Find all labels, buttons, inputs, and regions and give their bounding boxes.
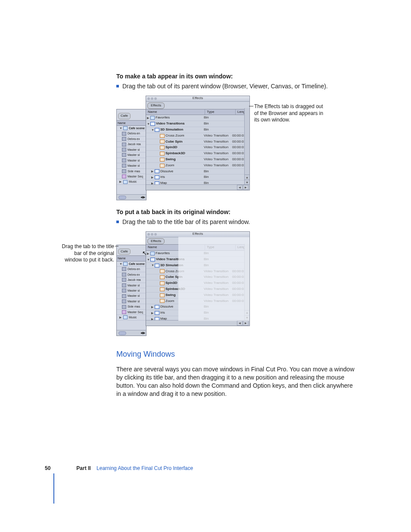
disclosure-icon[interactable]: ▶ (151, 175, 154, 179)
scroll-right-icon[interactable]: ▶ (243, 320, 249, 326)
scroll-up-icon[interactable]: ▲ (245, 310, 249, 315)
folder-icon (150, 252, 155, 255)
effects-row[interactable]: Spin3DVideo Transition00:00:01:00 (146, 145, 249, 151)
window-titlebar[interactable]: Effects (146, 232, 249, 237)
list-item[interactable]: Debra en (117, 267, 146, 272)
disclosure-icon[interactable]: ▼ (151, 263, 154, 267)
list-item[interactable]: Debra ex (117, 137, 146, 142)
list-item[interactable]: Master Seq (117, 174, 146, 179)
effects-row[interactable]: ▶FavoritesBin (146, 251, 249, 257)
horizontal-scrollbar[interactable]: ◀▶ (117, 330, 146, 336)
list-item[interactable]: Master sl (117, 288, 146, 293)
footer-rule (53, 473, 54, 504)
column-header-type[interactable]: Type (205, 109, 236, 115)
list-item[interactable]: Master sl (117, 163, 146, 168)
list-item[interactable]: ▶Music (117, 179, 146, 184)
scroll-up-icon[interactable]: ▲ (245, 174, 249, 180)
list-item[interactable]: Master Seq (117, 310, 146, 315)
list-item[interactable]: ▼Cafe scene (117, 126, 146, 131)
scroll-left-icon[interactable]: ◀ (140, 195, 143, 199)
browser-tab[interactable]: Cafe (118, 113, 131, 119)
bin-icon (155, 311, 159, 315)
list-item[interactable]: Master sl (117, 293, 146, 299)
column-header-name[interactable]: Name (117, 120, 146, 126)
callout-leader-line (115, 246, 118, 246)
vertical-scrollbar[interactable]: ▲▼ (244, 108, 249, 185)
disclosure-icon[interactable]: ▶ (151, 311, 154, 315)
effects-row[interactable]: ▶DissolveBin (146, 304, 249, 310)
effects-tab[interactable]: Effects (147, 238, 165, 245)
effects-row[interactable]: ▼3D SimulationBin (146, 263, 249, 269)
list-item[interactable]: Master sl (117, 158, 146, 163)
effects-row[interactable]: ZoomVideo Transition00:00:01:00 (146, 299, 249, 305)
list-item[interactable]: Master sl (117, 152, 146, 158)
horizontal-scrollbar[interactable]: ◀▶ (146, 184, 249, 190)
list-item[interactable]: Jacob rea (117, 277, 146, 283)
column-header-type[interactable]: Type (205, 245, 236, 250)
effects-row[interactable]: ▶DissolveBin (146, 169, 249, 175)
list-item[interactable]: Side mas (117, 169, 146, 174)
effects-row[interactable]: Cube SpinVideo Transition00:00:01:00 (146, 139, 249, 145)
task-heading-1: To make a tab appear in its own window: (116, 72, 358, 81)
browser-window[interactable]: CafeName▼Cafe sceneDebra enDebra exJacob… (116, 245, 146, 336)
disclosure-icon[interactable]: ▼ (151, 128, 154, 132)
scroll-left-icon[interactable]: ◀ (237, 320, 243, 326)
list-item[interactable]: Jacob rea (117, 142, 146, 147)
effects-row[interactable]: Cross ZoomVideo Transition00:00:01:00 (146, 269, 249, 275)
effects-row[interactable]: ▼Video TransitionsBin (146, 121, 249, 127)
list-item[interactable]: Master sl (117, 283, 146, 288)
horizontal-scrollbar[interactable]: ◀▶ (146, 320, 249, 326)
list-item[interactable]: Debra ex (117, 272, 146, 277)
disclosure-icon[interactable]: ▶ (151, 169, 154, 173)
effects-row[interactable]: Spinback3DVideo Transition00:00:01:00 (146, 151, 249, 157)
effects-row[interactable]: ▶FavoritesBin (146, 115, 249, 121)
window-titlebar[interactable]: Effects (146, 96, 249, 102)
clip-icon (122, 169, 126, 173)
column-header-name[interactable]: Name (117, 255, 146, 261)
horizontal-scrollbar[interactable]: ◀▶ (117, 194, 146, 200)
scroll-left-icon[interactable]: ◀ (237, 185, 243, 190)
browser-window[interactable]: CafeName▼Cafe sceneDebra enDebra exJacob… (116, 109, 146, 200)
list-item[interactable]: Master sl (117, 147, 146, 152)
list-item[interactable]: Side mas (117, 304, 146, 309)
disclosure-icon[interactable]: ▶ (151, 305, 154, 309)
folder-icon (123, 262, 128, 266)
disclosure-icon[interactable]: ▶ (147, 116, 149, 120)
scroll-right-icon[interactable]: ▶ (143, 195, 145, 199)
effects-window[interactable]: EffectsEffectsNameTypeLength▶FavoritesBi… (146, 231, 250, 326)
browser-tab[interactable]: Cafe (118, 249, 131, 255)
scroll-right-icon[interactable]: ▶ (143, 331, 145, 335)
effects-row[interactable]: SwingVideo Transition00:00:01:00 (146, 292, 249, 299)
scroll-right-icon[interactable]: ▶ (243, 185, 249, 190)
effects-row[interactable]: ▶IrisBin (146, 174, 249, 180)
disclosure-icon[interactable]: ▼ (147, 258, 149, 261)
effects-row[interactable]: ▶IrisBin (146, 310, 249, 316)
vertical-scrollbar[interactable]: ▲▼ (244, 244, 249, 320)
disclosure-icon[interactable]: ▶ (147, 252, 149, 255)
effects-row[interactable]: ZoomVideo Transition00:00:01:00 (146, 163, 249, 169)
list-item[interactable]: Debra en (117, 131, 146, 136)
effects-row[interactable]: SwingVideo Transition00:00:01:00 (146, 157, 249, 163)
list-item[interactable]: ▼Cafe scene (117, 261, 146, 267)
clip-icon (122, 278, 126, 282)
fx-icon (160, 134, 165, 138)
section-heading: Moving Windows (116, 349, 358, 359)
effects-tab[interactable]: Effects (147, 103, 165, 109)
effects-row[interactable]: ▼3D SimulationBin (146, 127, 249, 133)
effects-row[interactable]: Spinback3DVideo Transition00:00:01:00 (146, 286, 249, 292)
scroll-left-icon[interactable]: ◀ (140, 331, 143, 335)
effects-row[interactable]: Spin3DVideo Transition00:00:01:00 (146, 280, 249, 286)
folder-icon (123, 126, 128, 130)
window-title: Effects (146, 96, 249, 101)
effects-window[interactable]: EffectsEffectsNameTypeLength▶FavoritesBi… (146, 96, 250, 190)
column-header-name[interactable]: Name (146, 109, 205, 115)
effects-row[interactable]: ▼Video TransitionsBin (146, 257, 249, 263)
column-header-name[interactable]: Name (146, 245, 205, 250)
list-item[interactable]: Master sl (117, 299, 146, 304)
list-item[interactable]: ▶Music (117, 315, 146, 320)
effects-row[interactable]: Cross ZoomVideo Transition00:00:01:00 (146, 133, 249, 139)
column-headers[interactable]: NameTypeLength (146, 244, 249, 251)
disclosure-icon[interactable]: ▼ (147, 122, 149, 126)
column-headers[interactable]: NameTypeLength (146, 109, 249, 115)
effects-row[interactable]: Cube SpinVideo Transition00:00:01:00 (146, 274, 249, 280)
